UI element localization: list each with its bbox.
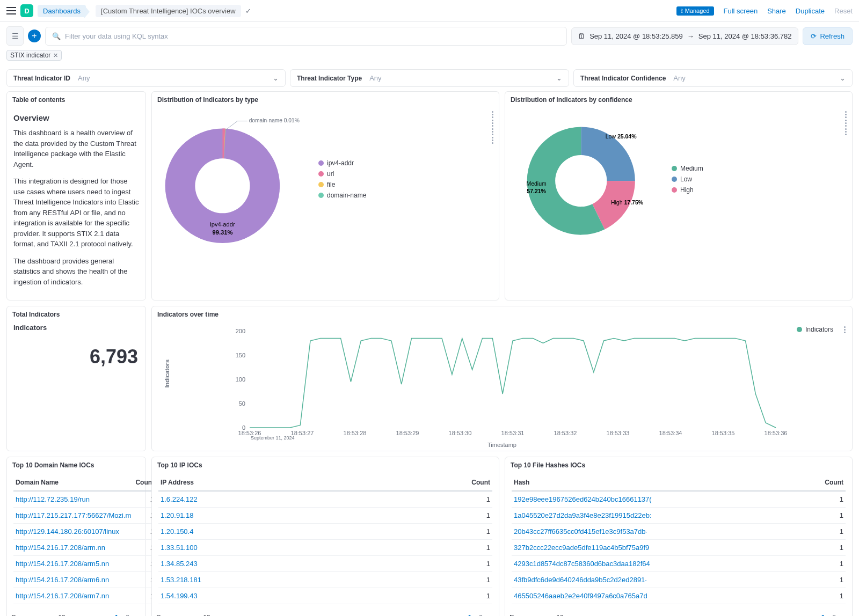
page-2[interactable]: 2	[830, 613, 838, 616]
table-row: http://117.215.217.177:56627/Mozi.m1	[13, 508, 156, 524]
ioc-link[interactable]: 1.20.150.4	[161, 527, 193, 536]
page-1[interactable]: 1	[819, 613, 827, 616]
table-row: http://154.216.17.208/arm5.nn1	[13, 556, 156, 572]
legend-item[interactable]: file	[318, 181, 366, 188]
page-2[interactable]: 2	[477, 613, 485, 616]
kql-search-input[interactable]: 🔍 Filter your data using KQL syntax	[45, 27, 567, 46]
legend-label: file	[327, 181, 335, 188]
menu-icon[interactable]	[6, 7, 16, 14]
ioc-link[interactable]: 20b43cc27ff6635cc0fd415ef1e3c9f53a7db·	[514, 527, 647, 536]
svg-text:18:53:32: 18:53:32	[554, 430, 577, 436]
count-cell: 1	[380, 556, 492, 572]
legend-item[interactable]: domain-name	[318, 192, 366, 199]
legend-item[interactable]: High	[672, 186, 703, 194]
page-prev[interactable]: ‹	[103, 613, 110, 616]
chevron-down-icon[interactable]: ⌄	[556, 74, 562, 82]
reset-link: Reset	[834, 7, 853, 15]
svg-text:18:53:33: 18:53:33	[607, 430, 630, 436]
x-axis-label: Timestamp	[487, 442, 516, 448]
col-header[interactable]: IP Address	[158, 474, 380, 491]
legend-dot-icon	[672, 177, 677, 182]
page-prev[interactable]: ‹	[810, 613, 816, 616]
col-header[interactable]: Count	[380, 474, 492, 491]
ioc-link[interactable]: http://129.144.180.26:60107/linux	[16, 527, 119, 536]
legend-dot-icon	[318, 193, 324, 198]
filter-toggle-button[interactable]: ☰	[6, 26, 24, 46]
ioc-link[interactable]: 1.20.91.18	[161, 511, 193, 519]
legend-actions-icon[interactable]	[844, 326, 846, 333]
legend-dot-icon	[318, 182, 324, 187]
control-threat-id[interactable]: Threat Indicator ID Any ⌄	[6, 69, 286, 87]
control-threat-type[interactable]: Threat Indicator Type Any ⌄	[290, 69, 569, 87]
refresh-button[interactable]: ⟳ Refresh	[803, 27, 853, 45]
share-link[interactable]: Share	[767, 7, 786, 15]
ioc-link[interactable]: 4293c1d8574dc87c58360d6bac3daa182f64	[514, 560, 650, 568]
ioc-link[interactable]: 327b2ccc22ecc9ade5dfe119ac4b5bf75a9f9	[514, 544, 649, 552]
col-header[interactable]: Hash	[512, 474, 799, 491]
legend-actions-icon[interactable]	[492, 111, 493, 118]
ioc-link[interactable]: http://154.216.17.208/arm5.nn	[16, 560, 109, 568]
legend-actions-icon[interactable]	[845, 111, 847, 118]
full-screen-link[interactable]: Full screen	[724, 7, 758, 15]
control-threat-confidence[interactable]: Threat Indicator Confidence Any ⌄	[573, 69, 853, 87]
crumb-dashboards[interactable]: Dashboards	[38, 5, 86, 17]
page-next[interactable]: ›	[135, 613, 141, 616]
rows-per-page[interactable]: Rows per page: 10	[156, 614, 210, 616]
legend-item[interactable]: url	[318, 170, 366, 178]
add-filter-button[interactable]: +	[28, 30, 41, 42]
ioc-link[interactable]: 1.34.85.243	[161, 560, 198, 568]
page-1[interactable]: 1	[466, 613, 474, 616]
callout-label: domain-name 0.01%	[249, 118, 300, 123]
ioc-link[interactable]: 1.53.218.181	[161, 576, 201, 584]
col-header[interactable]: Domain Name	[13, 474, 133, 491]
ioc-link[interactable]: http://154.216.17.208/arm6.nn	[16, 576, 109, 584]
ioc-link[interactable]: 1.54.199.43	[161, 592, 198, 600]
ioc-link[interactable]: 43fb9dfc6de9d640246dda9b5c2d2ed2891·	[514, 576, 647, 584]
svg-text:100: 100	[236, 376, 245, 383]
legend-actions-icon[interactable]	[492, 120, 493, 127]
table-row: http://112.72.235.19/run1	[13, 491, 156, 508]
time-picker[interactable]: 🗓 Sep 11, 2024 @ 18:53:25.859 → Sep 11, …	[571, 27, 798, 45]
metric-label: Indicators	[13, 324, 139, 332]
ioc-link[interactable]: 1.6.224.122	[161, 495, 198, 503]
app-badge[interactable]: D	[20, 4, 33, 17]
filter-tag[interactable]: STIX indicator ✕	[6, 50, 62, 61]
ioc-link[interactable]: http://154.216.17.208/arm7.nn	[16, 592, 109, 600]
chevron-down-icon[interactable]: ⌄	[213, 614, 218, 616]
x-axis-sublabel: September 11, 2024	[251, 435, 295, 441]
table-row: 1.54.199.431	[158, 588, 492, 604]
page-prev[interactable]: ‹	[456, 613, 463, 616]
close-icon[interactable]: ✕	[53, 52, 58, 59]
legend-actions-icon[interactable]	[492, 128, 493, 135]
crumb-current: [Custom Threat Intelligence] IOCs overvi…	[96, 5, 241, 17]
page-next[interactable]: ›	[841, 613, 848, 616]
ioc-link[interactable]: 192e98eee1967526ed624b240bc16661137(	[514, 495, 652, 503]
duplicate-link[interactable]: Duplicate	[796, 7, 825, 15]
rows-per-page[interactable]: Rows per page: 10	[11, 614, 65, 616]
col-header[interactable]: Count	[799, 474, 846, 491]
chevron-down-icon[interactable]: ⌄	[840, 74, 846, 82]
panel-total-indicators: Total Indicators Indicators 6,793	[6, 306, 146, 451]
rows-per-page[interactable]: Rows per page: 10	[509, 614, 564, 616]
chevron-down-icon[interactable]: ⌄	[566, 614, 571, 616]
legend-item[interactable]: ipv4-addr	[318, 159, 366, 167]
check-icon[interactable]: ✓	[245, 7, 251, 15]
legend-item[interactable]: Low	[672, 175, 703, 183]
control-label: Threat Indicator Confidence	[580, 75, 666, 82]
legend-item[interactable]: Medium	[672, 165, 703, 172]
page-1[interactable]: 1	[113, 613, 121, 616]
ioc-link[interactable]: 1.33.51.100	[161, 544, 198, 552]
legend-actions-icon[interactable]	[492, 137, 493, 144]
chevron-down-icon[interactable]: ⌄	[68, 614, 73, 616]
legend-actions-icon[interactable]	[845, 128, 847, 135]
ioc-link[interactable]: http://154.216.17.208/arm.nn	[16, 544, 105, 552]
legend-actions-icon[interactable]	[845, 120, 847, 127]
page-2[interactable]: 2	[123, 613, 132, 616]
ioc-link[interactable]: http://117.215.217.177:56627/Mozi.m	[16, 511, 131, 519]
ioc-link[interactable]: http://112.72.235.19/run	[16, 495, 90, 503]
panel-indicators-over-time: Indicators over time Indicators Indicato…	[151, 306, 853, 451]
page-next[interactable]: ›	[488, 613, 494, 616]
chevron-down-icon[interactable]: ⌄	[273, 74, 279, 82]
ioc-link[interactable]: 465505246aaeb2e2e40f9497a6c0a765a7d	[514, 592, 647, 600]
ioc-link[interactable]: 1a045520e27d2da9a3f4e8e23f19915d22eb:	[514, 511, 652, 519]
